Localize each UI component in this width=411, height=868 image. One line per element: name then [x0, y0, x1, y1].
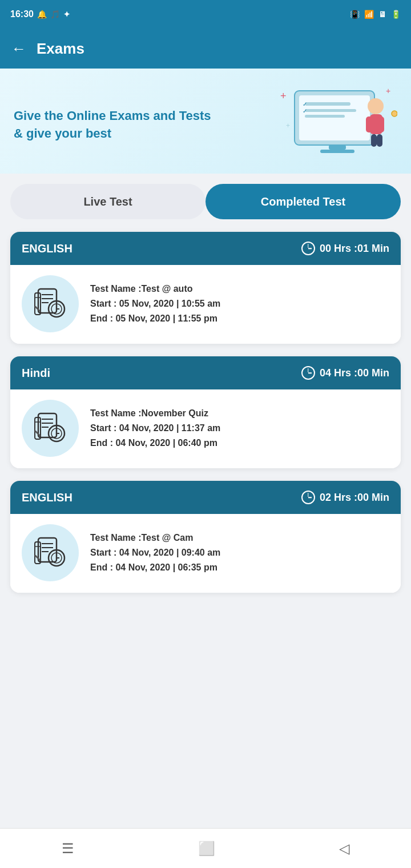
test-icon-circle-1 — [22, 275, 79, 332]
svg-rect-14 — [377, 134, 382, 147]
menu-icon[interactable]: ☰ — [62, 841, 74, 857]
card-body-2: Test Name :November Quiz Start : 04 Nov,… — [10, 389, 401, 468]
battery-icon: 🔋 — [391, 10, 401, 19]
vibrate-icon: 📳 — [350, 10, 360, 19]
svg-text:+: + — [286, 122, 290, 130]
cards-container: ENGLISH 00 Hrs :01 Min — [0, 224, 411, 604]
back-button[interactable]: ← — [11, 40, 26, 58]
card-duration-3: 02 Hrs :00 Min — [301, 491, 389, 504]
start-date-row-1: Start : 05 Nov, 2020 | 10:55 am — [90, 299, 389, 309]
exam-card-1[interactable]: ENGLISH 00 Hrs :01 Min — [10, 232, 401, 344]
screen-icon: 🖥 — [378, 10, 386, 19]
card-info-2: Test Name :November Quiz Start : 04 Nov,… — [90, 408, 389, 448]
svg-rect-7 — [329, 145, 346, 150]
bottom-nav: ☰ ⬜ ◁ — [0, 828, 411, 868]
svg-text:✓: ✓ — [303, 101, 307, 107]
home-square-icon[interactable]: ⬜ — [198, 841, 215, 857]
page-title: Exams — [37, 40, 84, 58]
card-subject-2: Hindi — [22, 367, 50, 380]
exam-card-2[interactable]: Hindi 04 Hrs :00 Min — [10, 356, 401, 468]
card-duration-1: 00 Hrs :01 Min — [301, 242, 389, 255]
svg-rect-8 — [320, 150, 354, 153]
card-header-1: ENGLISH 00 Hrs :01 Min — [10, 232, 401, 265]
svg-point-9 — [368, 98, 384, 114]
card-header-3: ENGLISH 02 Hrs :00 Min — [10, 481, 401, 514]
tab-switcher: Live Test Completed Test — [0, 174, 411, 224]
start-date-row-2: Start : 04 Nov, 2020 | 11:37 am — [90, 423, 389, 433]
notification-icon: 🔔 — [37, 10, 47, 19]
card-info-3: Test Name :Test @ Cam Start : 04 Nov, 20… — [90, 533, 389, 573]
test-icon-circle-2 — [22, 400, 79, 457]
end-date-row-2: End : 04 Nov, 2020 | 06:40 pm — [90, 438, 389, 448]
wifi-icon: 📶 — [364, 10, 374, 19]
test-name-row-2: Test Name :November Quiz — [90, 408, 389, 419]
card-body-3: Test Name :Test @ Cam Start : 04 Nov, 20… — [10, 514, 401, 593]
card-subject-3: ENGLISH — [22, 491, 72, 504]
svg-rect-2 — [305, 102, 350, 106]
music-icon: 🎵 — [50, 10, 60, 19]
test-name-row-1: Test Name :Test @ auto — [90, 284, 389, 294]
clock-icon-2 — [301, 366, 315, 380]
status-bar: 16:30 🔔 🎵 ✦ 📳 📶 🖥 🔋 — [0, 0, 411, 29]
end-date-row-1: End : 05 Nov, 2020 | 11:55 pm — [90, 314, 389, 324]
banner: Give the Online Exams and Tests & give y… — [0, 69, 411, 174]
svg-text:+: + — [280, 90, 287, 102]
status-bar-right: 📳 📶 🖥 🔋 — [350, 10, 401, 19]
bluetooth-icon: ✦ — [63, 10, 70, 19]
tab-live-test[interactable]: Live Test — [10, 184, 206, 219]
end-date-row-3: End : 04 Nov, 2020 | 06:35 pm — [90, 562, 389, 573]
clock-icon-3 — [301, 491, 315, 504]
card-duration-2: 04 Hrs :00 Min — [301, 366, 389, 380]
card-header-2: Hindi 04 Hrs :00 Min — [10, 356, 401, 389]
banner-text: Give the Online Exams and Tests & give y… — [14, 107, 219, 143]
svg-rect-13 — [371, 134, 377, 147]
card-subject-1: ENGLISH — [22, 242, 72, 255]
back-triangle-icon[interactable]: ◁ — [339, 841, 349, 857]
svg-rect-11 — [366, 116, 373, 132]
svg-rect-4 — [305, 115, 345, 118]
test-name-row-3: Test Name :Test @ Cam — [90, 533, 389, 543]
svg-rect-12 — [377, 116, 384, 132]
test-icon-circle-3 — [22, 524, 79, 581]
start-date-row-3: Start : 04 Nov, 2020 | 09:40 am — [90, 548, 389, 558]
clock-icon-1 — [301, 242, 315, 255]
svg-rect-3 — [305, 109, 356, 112]
svg-text:+: + — [386, 86, 390, 95]
banner-illustration: ✓ ✓ + + + — [277, 82, 397, 168]
status-bar-left: 16:30 🔔 🎵 ✦ — [10, 9, 70, 19]
card-body-1: Test Name :Test @ auto Start : 05 Nov, 2… — [10, 265, 401, 344]
svg-text:✓: ✓ — [303, 108, 307, 114]
tab-completed-test[interactable]: Completed Test — [206, 184, 401, 219]
card-info-1: Test Name :Test @ auto Start : 05 Nov, 2… — [90, 284, 389, 324]
svg-rect-1 — [299, 95, 370, 140]
svg-point-17 — [392, 111, 397, 116]
top-nav: ← Exams — [0, 29, 411, 69]
status-time: 16:30 — [10, 9, 34, 19]
exam-card-3[interactable]: ENGLISH 02 Hrs :00 Min — [10, 481, 401, 593]
